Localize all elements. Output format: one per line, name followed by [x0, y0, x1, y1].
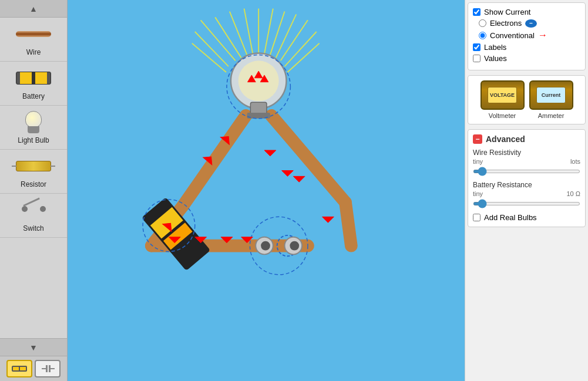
svg-rect-1 — [13, 367, 19, 370]
svg-rect-5 — [49, 365, 51, 372]
sidebar-item-wire[interactable]: Wire — [0, 18, 67, 62]
sidebar-item-resistor[interactable]: Resistor — [0, 150, 67, 194]
svg-line-23 — [271, 116, 345, 203]
advanced-header: − Advanced — [473, 134, 580, 144]
electron-arrow-icon: − — [525, 19, 537, 28]
svg-rect-2 — [20, 367, 26, 370]
add-real-bulbs-row: Add Real Bulbs — [473, 213, 580, 222]
battery-resistance-max: 10 Ω — [566, 190, 580, 197]
svg-marker-47 — [322, 217, 334, 222]
svg-marker-49 — [264, 150, 276, 156]
svg-line-19 — [192, 43, 226, 72]
electrons-row: Electrons − — [479, 19, 580, 28]
show-current-section: Show Current Electrons − Conventional → … — [468, 2, 586, 70]
advanced-toggle-icon: − — [475, 135, 479, 143]
add-real-bulbs-label[interactable]: Add Real Bulbs — [484, 213, 537, 222]
svg-line-20 — [183, 116, 246, 205]
conventional-label[interactable]: Conventional — [490, 31, 535, 40]
values-checkbox[interactable] — [473, 55, 481, 62]
sidebar-item-battery[interactable]: Battery — [0, 62, 67, 106]
svg-line-18 — [195, 32, 229, 66]
sidebar-item-switch[interactable]: Switch — [0, 194, 67, 238]
battery-resistance-label: Battery Resistance — [473, 181, 532, 189]
show-current-checkbox[interactable] — [473, 8, 481, 16]
battery-resistance-section: Battery Resistance tiny 10 Ω — [473, 181, 580, 207]
voltmeter-img: VOLTAGE — [481, 80, 525, 110]
wire-resistivity-slider[interactable] — [473, 170, 580, 173]
ammeter-img: Current — [529, 80, 573, 110]
bulb-globe — [25, 111, 42, 127]
capacitor-small-icon — [39, 363, 56, 374]
svg-line-10 — [244, 9, 253, 54]
switch-label: Switch — [23, 224, 43, 232]
sidebar-bottom-tools — [0, 356, 67, 381]
battery-resistance-slider[interactable] — [473, 202, 580, 205]
svg-point-34 — [238, 60, 279, 101]
show-current-label[interactable]: Show Current — [484, 8, 530, 16]
ammeter-item[interactable]: Current Ammeter — [529, 80, 573, 119]
svg-line-16 — [285, 32, 317, 66]
values-label[interactable]: Values — [484, 54, 507, 63]
battery-icon-area — [13, 66, 54, 90]
sidebar: ▲ Wire Battery Light Bulb Resistor — [0, 0, 68, 381]
sidebar-scroll-down[interactable]: ▼ — [0, 338, 67, 356]
switch-icon-area — [13, 198, 54, 222]
conventional-row: Conventional → — [479, 30, 580, 41]
labels-label[interactable]: Labels — [484, 43, 506, 52]
battery-tool-button[interactable] — [6, 360, 32, 377]
right-panel: Show Current Electrons − Conventional → … — [465, 0, 588, 381]
battery-small-icon — [11, 363, 28, 374]
svg-line-12 — [264, 9, 273, 54]
switch-dot-left — [22, 206, 28, 212]
voltmeter-screen: VOLTAGE — [488, 87, 517, 103]
labels-checkbox[interactable] — [473, 43, 481, 51]
battery-label: Battery — [22, 92, 45, 100]
capacitor-tool-button[interactable] — [35, 360, 61, 377]
wire-resistivity-labels: tiny lots — [473, 158, 580, 165]
chevron-down-icon: ▼ — [29, 343, 38, 352]
wire-icon — [16, 31, 51, 37]
svg-marker-50 — [282, 171, 294, 177]
wire-label: Wire — [26, 48, 41, 56]
svg-line-13 — [270, 12, 285, 55]
electrons-label[interactable]: Electrons — [490, 19, 522, 28]
advanced-title: Advanced — [486, 134, 525, 144]
wire-icon-area — [13, 22, 54, 46]
sidebar-item-light-bulb[interactable]: Light Bulb — [0, 106, 67, 150]
values-row: Values — [473, 54, 580, 63]
switch-dot-right — [40, 206, 46, 212]
canvas-area[interactable] — [68, 0, 465, 381]
labels-row: Labels — [473, 43, 580, 52]
meters-section: VOLTAGE Voltmeter Current Ammeter — [468, 75, 586, 124]
ammeter-screen: Current — [536, 87, 566, 103]
electrons-radio[interactable] — [479, 19, 486, 27]
bulb-base — [28, 126, 39, 133]
wire-resistivity-header: Wire Resistivity — [473, 149, 580, 157]
svg-line-14 — [276, 14, 296, 58]
advanced-section: − Advanced Wire Resistivity tiny lots Ba… — [468, 129, 586, 227]
bulb-label: Light Bulb — [18, 136, 49, 144]
switch-icon — [18, 201, 50, 219]
resistor-icon — [16, 161, 51, 171]
switch-lever — [23, 197, 39, 206]
resistor-label: Resistor — [21, 180, 46, 188]
svg-line-9 — [230, 12, 247, 55]
wire-resistivity-tiny: tiny — [473, 158, 483, 165]
voltmeter-item[interactable]: VOLTAGE Voltmeter — [481, 80, 525, 119]
battery-icon — [16, 72, 51, 85]
conventional-radio[interactable] — [479, 32, 486, 39]
battery-resistance-labels: tiny 10 Ω — [473, 190, 580, 197]
svg-marker-48 — [293, 176, 305, 182]
sidebar-scroll-up[interactable]: ▲ — [0, 0, 67, 18]
wire-resistivity-lots: lots — [570, 158, 580, 165]
ammeter-label: Ammeter — [538, 112, 565, 119]
wire-resistivity-label: Wire Resistivity — [473, 149, 521, 157]
show-current-row: Show Current — [473, 8, 580, 16]
conventional-arrow-icon: → — [538, 30, 547, 41]
add-real-bulbs-checkbox[interactable] — [473, 214, 481, 221]
bulb-icon — [25, 111, 42, 133]
resistor-icon-area — [13, 154, 54, 178]
advanced-toggle-button[interactable]: − — [473, 134, 482, 144]
chevron-up-icon: ▲ — [29, 4, 38, 14]
battery-resistance-tiny: tiny — [473, 190, 483, 197]
